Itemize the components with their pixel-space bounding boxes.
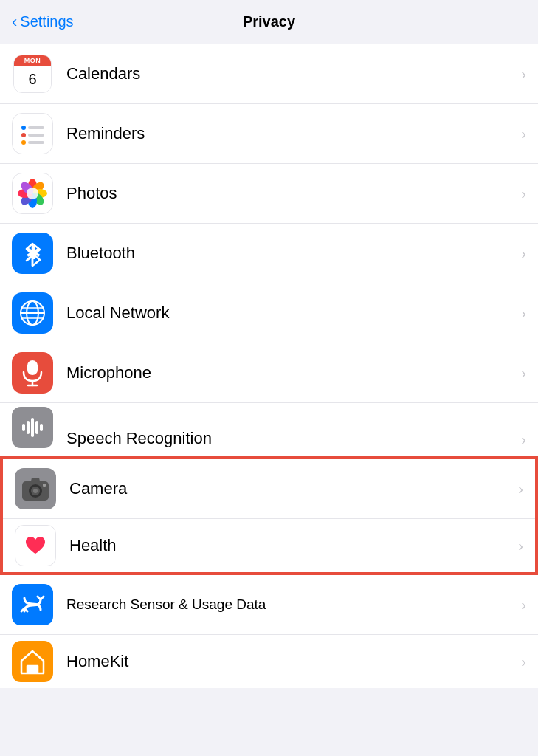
photos-icon: [12, 173, 53, 214]
reminders-label: Reminders: [66, 124, 515, 143]
reminders-icon: [12, 113, 53, 154]
homekit-icon: [12, 641, 53, 682]
list-item-local-network[interactable]: Local Network ›: [0, 284, 538, 343]
list-item-speech-recognition[interactable]: Speech Recognition ›: [0, 403, 538, 456]
back-chevron-icon: ‹: [12, 13, 17, 32]
list-item-calendars[interactable]: MON 6 Calendars ›: [0, 44, 538, 104]
list-item-reminders[interactable]: Reminders ›: [0, 104, 538, 164]
local-network-icon: [12, 292, 53, 334]
svg-rect-27: [22, 424, 25, 431]
calendars-label: Calendars: [66, 64, 515, 83]
svg-rect-31: [40, 424, 43, 431]
list-item-bluetooth[interactable]: ∗ Bluetooth ›: [0, 224, 538, 284]
svg-point-3: [21, 133, 26, 137]
svg-point-16: [27, 188, 38, 199]
chevron-right-icon: ›: [521, 305, 526, 322]
list-item-photos[interactable]: Photos ›: [0, 164, 538, 224]
svg-rect-6: [28, 141, 44, 144]
research-icon: [12, 584, 53, 625]
back-button[interactable]: ‹ Settings: [12, 13, 74, 32]
research-sensor-label: Research Sensor & Usage Data: [66, 597, 515, 613]
svg-rect-24: [27, 360, 38, 375]
list-item-homekit[interactable]: HomeKit ›: [0, 635, 538, 688]
health-label: Health: [69, 536, 512, 555]
bluetooth-icon: ∗: [12, 233, 53, 274]
homekit-label: HomeKit: [66, 652, 515, 671]
chevron-right-icon: ›: [518, 537, 523, 554]
camera-label: Camera: [69, 479, 512, 498]
settings-list: MON 6 Calendars › Reminders ›: [0, 44, 538, 688]
back-label: Settings: [20, 13, 73, 30]
chevron-right-icon: ›: [521, 431, 526, 448]
svg-point-5: [21, 140, 26, 145]
microphone-icon: [12, 352, 53, 394]
chevron-right-icon: ›: [521, 597, 526, 614]
chevron-right-icon: ›: [518, 481, 523, 498]
local-network-label: Local Network: [66, 303, 515, 323]
speech-icon: [12, 407, 53, 448]
chevron-right-icon: ›: [521, 245, 526, 262]
list-item-health[interactable]: Health ›: [3, 519, 535, 572]
photos-label: Photos: [66, 184, 515, 203]
highlight-box: Camera › Health ›: [0, 456, 538, 575]
speech-recognition-label: Speech Recognition: [66, 429, 515, 448]
chevron-right-icon: ›: [521, 126, 526, 142]
bluetooth-label: Bluetooth: [66, 244, 515, 263]
list-item-camera[interactable]: Camera ›: [3, 459, 535, 519]
microphone-label: Microphone: [66, 363, 515, 382]
chevron-right-icon: ›: [521, 66, 526, 83]
page-title: Privacy: [243, 13, 295, 30]
chevron-right-icon: ›: [521, 185, 526, 202]
svg-rect-36: [43, 484, 46, 487]
svg-rect-28: [27, 421, 30, 434]
chevron-right-icon: ›: [521, 653, 526, 670]
list-item-microphone[interactable]: Microphone ›: [0, 343, 538, 403]
svg-point-35: [33, 489, 38, 493]
calendars-icon: MON 6: [12, 53, 53, 94]
svg-rect-29: [31, 418, 34, 437]
camera-icon: [15, 468, 56, 509]
svg-rect-4: [28, 134, 44, 137]
health-icon: [15, 525, 56, 566]
chevron-right-icon: ›: [521, 365, 526, 382]
list-item-research-sensor[interactable]: Research Sensor & Usage Data ›: [0, 575, 538, 635]
svg-rect-2: [28, 126, 44, 129]
svg-rect-30: [35, 421, 38, 434]
navigation-header: ‹ Settings Privacy: [0, 0, 538, 44]
svg-point-1: [21, 126, 26, 130]
